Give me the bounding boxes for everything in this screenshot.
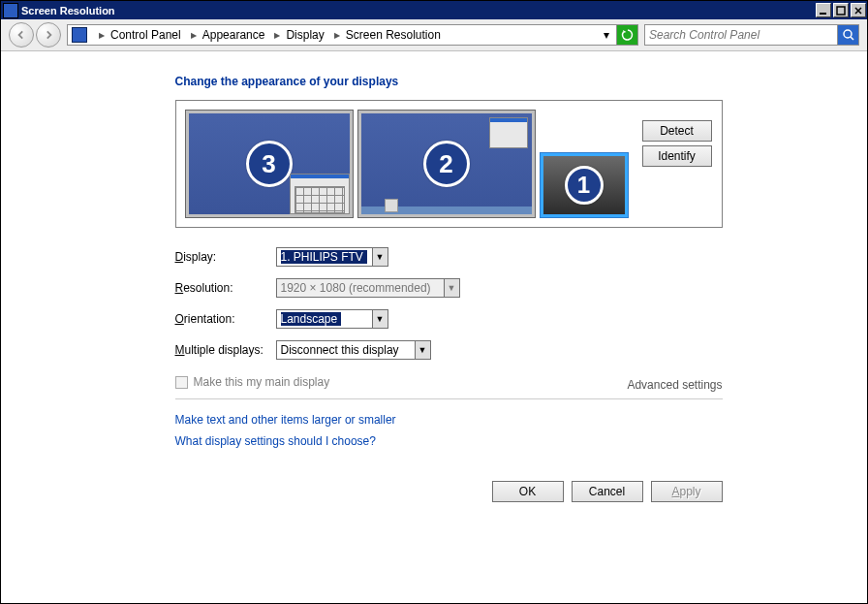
monitor-number: 2 bbox=[423, 141, 470, 187]
breadcrumb-item[interactable]: ▶Control Panel bbox=[91, 25, 183, 45]
detect-button[interactable]: Detect bbox=[642, 120, 712, 142]
monitor-number: 3 bbox=[246, 141, 293, 187]
maximize-button[interactable] bbox=[833, 3, 849, 17]
monitor-2[interactable]: 2 bbox=[358, 111, 535, 217]
resolution-select[interactable]: 1920 × 1080 (recommended) ▼ bbox=[276, 278, 460, 298]
select-value: Landscape bbox=[281, 312, 342, 326]
back-button[interactable] bbox=[9, 22, 34, 48]
monitor-1[interactable]: 1 bbox=[541, 153, 628, 217]
select-value: Disconnect this display bbox=[281, 343, 403, 357]
monitor-window-icon bbox=[489, 117, 528, 148]
forward-button[interactable] bbox=[36, 22, 61, 48]
window-icon bbox=[3, 3, 18, 18]
dropdown-icon: ▼ bbox=[372, 248, 388, 266]
resolution-label: Resolution: bbox=[175, 281, 276, 295]
search-input[interactable] bbox=[645, 25, 837, 45]
page-title: Change the appearance of your displays bbox=[175, 75, 723, 88]
svg-rect-1 bbox=[837, 7, 845, 15]
main-display-label: Make this my main display bbox=[194, 375, 330, 389]
navigation-bar: ▶Control Panel ▶Appearance ▶Display ▶Scr… bbox=[1, 19, 867, 51]
breadcrumb-label: Display bbox=[286, 28, 324, 42]
monitor-number: 1 bbox=[565, 166, 604, 205]
dropdown-icon: ▼ bbox=[415, 341, 430, 359]
breadcrumb-label: Control Panel bbox=[110, 28, 181, 42]
titlebar: Screen Resolution bbox=[1, 1, 867, 19]
displays-preview: 3 2 1 Detect Identify bbox=[175, 100, 723, 228]
cancel-button[interactable]: Cancel bbox=[572, 481, 643, 502]
ok-button[interactable]: OK bbox=[492, 481, 564, 502]
multiple-displays-select[interactable]: Disconnect this display ▼ bbox=[276, 340, 431, 360]
svg-rect-0 bbox=[820, 13, 826, 15]
breadcrumb-label: Appearance bbox=[202, 28, 265, 42]
text-size-link[interactable]: Make text and other items larger or smal… bbox=[175, 413, 723, 427]
orientation-select[interactable]: Landscape ▼ bbox=[276, 309, 388, 329]
search-go-button[interactable] bbox=[837, 25, 858, 45]
breadcrumb-item[interactable]: ▶Appearance bbox=[183, 25, 267, 45]
window-title: Screen Resolution bbox=[21, 5, 815, 16]
minimize-button[interactable] bbox=[816, 3, 831, 17]
dropdown-icon: ▼ bbox=[444, 279, 459, 297]
search-bar[interactable] bbox=[644, 24, 859, 46]
refresh-button[interactable] bbox=[616, 25, 637, 45]
control-panel-icon bbox=[72, 27, 87, 43]
orientation-label: Orientation: bbox=[175, 312, 276, 326]
monitor-3[interactable]: 3 bbox=[186, 111, 353, 217]
address-bar[interactable]: ▶Control Panel ▶Appearance ▶Display ▶Scr… bbox=[67, 24, 638, 46]
advanced-settings-link[interactable]: Advanced settings bbox=[627, 378, 722, 392]
help-link[interactable]: What display settings should I choose? bbox=[175, 434, 723, 448]
close-button[interactable] bbox=[851, 3, 866, 17]
window: Screen Resolution ▶Control Panel bbox=[0, 0, 868, 604]
address-dropdown[interactable]: ▾ bbox=[597, 25, 616, 45]
monitor-task-icon bbox=[385, 199, 398, 212]
main-display-checkbox bbox=[175, 376, 188, 389]
identify-button[interactable]: Identify bbox=[642, 145, 712, 167]
breadcrumb-item[interactable]: ▶Display bbox=[266, 25, 326, 45]
display-select[interactable]: 1. PHILIPS FTV ▼ bbox=[276, 247, 388, 267]
display-label: Display: bbox=[175, 250, 276, 264]
multiple-label: Multiple displays: bbox=[175, 343, 276, 357]
select-value: 1920 × 1080 (recommended) bbox=[281, 281, 435, 295]
svg-point-2 bbox=[844, 30, 852, 38]
apply-button[interactable]: Apply bbox=[651, 481, 723, 502]
monitor-window-icon bbox=[290, 174, 350, 214]
breadcrumb-item[interactable]: ▶Screen Resolution bbox=[326, 25, 443, 45]
dropdown-icon: ▼ bbox=[372, 310, 388, 328]
content-area: Change the appearance of your displays 3… bbox=[1, 51, 867, 603]
breadcrumb-label: Screen Resolution bbox=[346, 28, 441, 42]
select-value: 1. PHILIPS FTV bbox=[281, 250, 367, 264]
